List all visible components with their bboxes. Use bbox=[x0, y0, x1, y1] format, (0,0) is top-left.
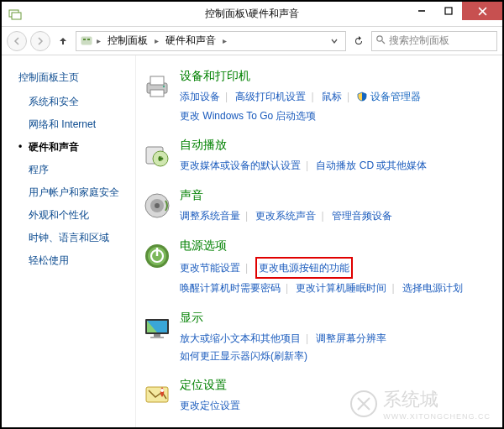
device-manager-link[interactable]: 设备管理器 bbox=[370, 91, 421, 102]
power-options-icon bbox=[139, 238, 175, 274]
change-power-button-link[interactable]: 更改电源按钮的功能 bbox=[259, 262, 349, 274]
address-bar: ▸ 控制面板 ▸ 硬件和声音 ▸ 搜索控制面板 bbox=[2, 27, 502, 55]
watermark-url: WWW.XITONGCHENG.CC bbox=[383, 412, 491, 421]
location-settings-link[interactable]: 定位设置 bbox=[180, 378, 227, 391]
body: 控制面板主页 系统和安全 网络和 Internet 硬件和声音 程序 用户帐户和… bbox=[2, 55, 502, 427]
svg-rect-6 bbox=[81, 37, 92, 44]
change-system-sounds-link[interactable]: 更改系统声音 bbox=[255, 210, 316, 222]
svg-point-30 bbox=[160, 389, 164, 392]
breadcrumb-current[interactable]: 硬件和声音 bbox=[162, 34, 219, 48]
search-icon bbox=[375, 34, 386, 47]
text-size-link[interactable]: 放大或缩小文本和其他项目 bbox=[180, 332, 301, 344]
add-device-link[interactable]: 添加设备 bbox=[180, 91, 220, 102]
main-content: 设备和打印机 添加设备| 高级打印机设置| 鼠标| 设备管理器 更改 Windo… bbox=[136, 55, 502, 427]
change-location-settings-link[interactable]: 更改定位设置 bbox=[180, 400, 240, 411]
autoplay-link[interactable]: 自动播放 bbox=[180, 138, 227, 151]
change-power-saving-link[interactable]: 更改节能设置 bbox=[180, 262, 240, 274]
choose-power-plan-link[interactable]: 选择电源计划 bbox=[402, 282, 463, 294]
window-icon bbox=[8, 8, 22, 21]
forward-button[interactable] bbox=[30, 31, 50, 51]
svg-rect-27 bbox=[154, 334, 160, 337]
sound-link[interactable]: 声音 bbox=[180, 188, 203, 201]
sidebar-item-ease-of-access[interactable]: 轻松使用 bbox=[18, 254, 135, 268]
chevron-right-icon: ▸ bbox=[95, 36, 102, 45]
watermark-text: 系统城 bbox=[383, 387, 491, 412]
control-panel-icon bbox=[80, 34, 93, 48]
svg-rect-13 bbox=[150, 90, 164, 97]
category-display: 显示 放大或缩小文本和其他项目| 调整屏幕分辨率 如何更正显示器闪烁(刷新率) bbox=[139, 311, 492, 364]
change-media-default-link[interactable]: 更改媒体或设备的默认设置 bbox=[180, 160, 301, 171]
window-title: 控制面板\硬件和声音 bbox=[205, 7, 298, 21]
titlebar: 控制面板\硬件和声音 bbox=[2, 2, 502, 27]
sidebar-item-clock-language[interactable]: 时钟、语言和区域 bbox=[18, 231, 135, 245]
breadcrumb-root[interactable]: 控制面板 bbox=[104, 34, 151, 48]
change-sleep-time-link[interactable]: 更改计算机睡眠时间 bbox=[296, 282, 386, 294]
sidebar-item-appearance[interactable]: 外观和个性化 bbox=[18, 208, 135, 222]
svg-rect-28 bbox=[150, 337, 164, 338]
devices-printers-icon bbox=[139, 69, 175, 104]
windows-to-go-link[interactable]: 更改 Windows To Go 启动选项 bbox=[180, 110, 316, 122]
display-link[interactable]: 显示 bbox=[180, 311, 203, 324]
screen-resolution-link[interactable]: 调整屏幕分辨率 bbox=[316, 332, 386, 344]
svg-rect-1 bbox=[12, 13, 21, 19]
svg-rect-3 bbox=[445, 8, 452, 14]
category-autoplay: 自动播放 更改媒体或设备的默认设置| 自动播放 CD 或其他媒体 bbox=[139, 138, 492, 175]
sidebar-item-network[interactable]: 网络和 Internet bbox=[18, 118, 135, 132]
maximize-button[interactable] bbox=[435, 2, 462, 20]
category-devices-printers: 设备和打印机 添加设备| 高级打印机设置| 鼠标| 设备管理器 更改 Windo… bbox=[139, 69, 492, 124]
svg-point-20 bbox=[155, 203, 160, 208]
sidebar-item-hardware-sound[interactable]: 硬件和声音 bbox=[18, 140, 135, 154]
svg-rect-8 bbox=[87, 39, 90, 40]
minimize-button[interactable] bbox=[408, 2, 435, 20]
chevron-right-icon: ▸ bbox=[221, 36, 228, 45]
sound-icon bbox=[139, 188, 175, 223]
power-options-link[interactable]: 电源选项 bbox=[180, 238, 227, 252]
manage-audio-devices-link[interactable]: 管理音频设备 bbox=[332, 210, 392, 222]
autoplay-icon bbox=[139, 138, 175, 173]
category-power-options: 电源选项 更改节能设置| 更改电源按钮的功能 唤醒计算机时需要密码| 更改计算机… bbox=[139, 238, 492, 297]
sidebar: 控制面板主页 系统和安全 网络和 Internet 硬件和声音 程序 用户帐户和… bbox=[2, 55, 136, 427]
sidebar-heading[interactable]: 控制面板主页 bbox=[18, 71, 135, 85]
svg-rect-29 bbox=[146, 387, 168, 402]
devices-printers-link[interactable]: 设备和打印机 bbox=[180, 69, 250, 82]
svg-rect-7 bbox=[83, 39, 86, 40]
require-password-wake-link[interactable]: 唤醒计算机时需要密码 bbox=[180, 282, 281, 294]
watermark: 系统城 WWW.XITONGCHENG.CC bbox=[349, 387, 491, 421]
close-button[interactable] bbox=[462, 2, 502, 20]
up-button[interactable] bbox=[54, 32, 72, 50]
breadcrumb[interactable]: ▸ 控制面板 ▸ 硬件和声音 ▸ bbox=[76, 31, 346, 51]
svg-point-9 bbox=[377, 36, 382, 41]
back-button[interactable] bbox=[7, 31, 27, 51]
svg-point-14 bbox=[163, 86, 165, 87]
search-placeholder: 搜索控制面板 bbox=[389, 34, 449, 48]
display-icon bbox=[139, 311, 175, 346]
mouse-link[interactable]: 鼠标 bbox=[322, 91, 342, 102]
svg-rect-12 bbox=[150, 76, 164, 85]
advanced-printer-settings-link[interactable]: 高级打印机设置 bbox=[235, 91, 306, 102]
category-sound: 声音 调整系统音量| 更改系统声音| 管理音频设备 bbox=[139, 188, 492, 225]
search-input[interactable]: 搜索控制面板 bbox=[371, 31, 497, 51]
sidebar-item-system-security[interactable]: 系统和安全 bbox=[18, 95, 135, 109]
autoplay-cd-link[interactable]: 自动播放 CD 或其他媒体 bbox=[316, 160, 427, 171]
adjust-volume-link[interactable]: 调整系统音量 bbox=[180, 210, 240, 222]
breadcrumb-dropdown[interactable] bbox=[327, 38, 342, 44]
svg-line-10 bbox=[382, 41, 385, 44]
sidebar-item-user-accounts[interactable]: 用户帐户和家庭安全 bbox=[18, 186, 135, 200]
window-controls bbox=[408, 2, 502, 20]
sidebar-item-programs[interactable]: 程序 bbox=[18, 163, 135, 177]
shield-icon bbox=[357, 89, 367, 107]
monitor-flicker-link[interactable]: 如何更正显示器闪烁(刷新率) bbox=[180, 350, 307, 362]
location-icon bbox=[139, 378, 175, 413]
chevron-right-icon: ▸ bbox=[153, 36, 160, 45]
refresh-button[interactable] bbox=[349, 32, 368, 50]
